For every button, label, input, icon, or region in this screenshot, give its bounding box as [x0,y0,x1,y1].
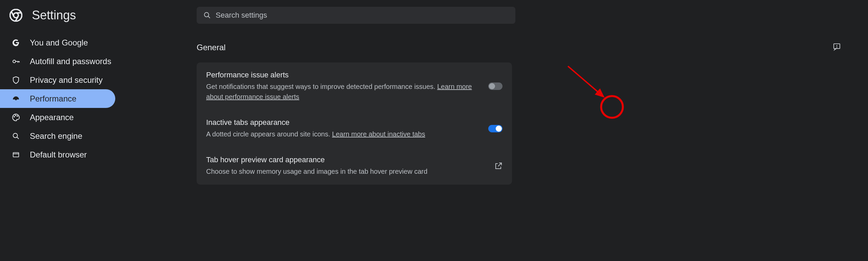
setting-inactive-tabs: Inactive tabs appearance A dotted circle… [197,110,512,147]
sidebar-item-you-and-google[interactable]: You and Google [0,33,115,52]
svg-point-14 [15,115,16,116]
chrome-logo-icon [9,9,22,22]
svg-line-25 [568,66,604,97]
svg-line-23 [498,163,501,166]
sidebar-item-label: Appearance [30,113,74,122]
feedback-icon[interactable] [833,43,841,51]
svg-line-17 [17,137,19,139]
setting-title: Inactive tabs appearance [206,118,475,127]
svg-point-12 [16,99,17,100]
page-title: Settings [32,8,76,22]
search-settings[interactable] [197,7,515,24]
annotation-arrow [566,64,610,102]
setting-desc: Get notifications that suggest ways to i… [206,81,475,102]
open-in-new-icon[interactable] [494,162,502,170]
setting-desc: A dotted circle appears around site icon… [206,129,475,139]
palette-icon [12,113,20,122]
sidebar-item-label: Search engine [30,131,82,141]
svg-point-15 [17,116,18,116]
svg-point-5 [204,13,209,17]
sidebar-item-label: Performance [30,94,76,104]
svg-rect-18 [13,152,19,157]
browser-window-icon [12,150,20,159]
setting-title: Performance issue alerts [206,71,475,79]
google-g-icon [12,38,20,47]
learn-more-link[interactable]: Learn more about inactive tabs [332,130,425,138]
svg-point-22 [836,47,837,48]
settings-card: Performance issue alerts Get notificatio… [197,62,512,185]
sidebar-item-appearance[interactable]: Appearance [0,108,115,127]
search-icon [12,132,20,141]
svg-point-16 [13,133,18,137]
annotation-circle [600,95,624,119]
toggle-performance-alerts[interactable] [488,82,502,90]
svg-point-7 [13,60,16,63]
sidebar: You and Google Autofill and passwords Pr… [0,31,115,185]
speedometer-icon [12,94,20,103]
shield-icon [12,76,20,85]
setting-title: Tab hover preview card appearance [206,155,481,164]
setting-desc: Choose to show memory usage and images i… [206,166,481,176]
toggle-inactive-tabs[interactable] [488,125,502,132]
setting-performance-issue-alerts: Performance issue alerts Get notificatio… [197,62,512,110]
sidebar-item-default-browser[interactable]: Default browser [0,145,115,164]
main-panel: General Performance issue alerts Get not… [115,31,868,185]
key-icon [12,57,20,66]
section-title: General [197,43,854,52]
setting-tab-hover-preview: Tab hover preview card appearance Choose… [197,147,512,185]
sidebar-item-performance[interactable]: Performance [0,89,115,108]
sidebar-item-label: Privacy and security [30,75,103,85]
svg-line-6 [208,16,210,18]
sidebar-item-label: You and Google [30,38,88,48]
sidebar-item-label: Default browser [30,150,87,160]
sidebar-item-privacy[interactable]: Privacy and security [0,71,115,89]
sidebar-item-search-engine[interactable]: Search engine [0,127,115,145]
search-input[interactable] [216,11,509,20]
svg-point-13 [14,116,15,117]
search-icon [203,12,211,19]
sidebar-item-autofill[interactable]: Autofill and passwords [0,52,115,71]
sidebar-item-label: Autofill and passwords [30,57,111,66]
